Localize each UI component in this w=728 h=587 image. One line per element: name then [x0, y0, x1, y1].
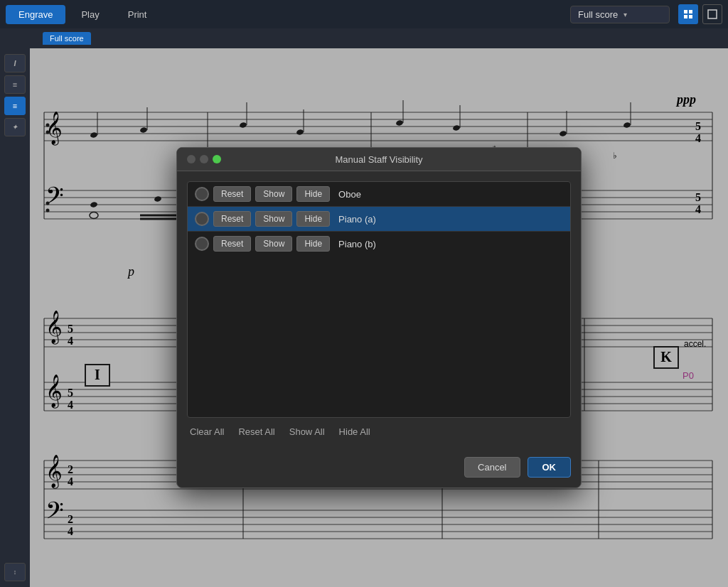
sidebar-btn-1[interactable]: I	[4, 54, 26, 72]
tab-print[interactable]: Print	[115, 5, 160, 24]
toggle-oboe[interactable]	[195, 187, 209, 201]
cancel-button[interactable]: Cancel	[464, 457, 520, 478]
staff-row-piano-a: Reset Show Hide Piano (a)	[188, 207, 570, 232]
hide-oboe-button[interactable]: Hide	[296, 186, 330, 202]
staff-row-oboe: Reset Show Hide Oboe	[188, 182, 570, 207]
staff-list: Reset Show Hide Oboe Reset Show Hide Pia…	[187, 181, 571, 418]
score-area: 𝄞 𝄢 𝄞 𝄞 𝄞 𝄢 5 4 5 4 5 4 5 4 2 4 2 4	[30, 48, 728, 587]
sidebar-btn-3[interactable]: ≡	[4, 97, 26, 115]
toggle-piano-a[interactable]	[195, 212, 209, 226]
show-piano-b-button[interactable]: Show	[255, 236, 292, 252]
dialog-body: Reset Show Hide Oboe Reset Show Hide Pia…	[177, 171, 581, 450]
traffic-lights	[187, 155, 221, 163]
maximize-button-icon[interactable]	[213, 155, 221, 163]
hide-piano-a-button[interactable]: Hide	[296, 211, 330, 227]
sidebar-btn-4[interactable]: ✦	[4, 118, 26, 136]
hide-piano-b-button[interactable]: Hide	[296, 236, 330, 252]
layout-icon[interactable]	[678, 4, 698, 24]
left-sidebar: I ≡ ≡ ✦ ↕	[0, 48, 30, 587]
dialog-titlebar: Manual Staff Visibility	[177, 148, 581, 171]
score-tab-row: Full score	[0, 28, 728, 48]
svg-rect-3	[689, 15, 692, 18]
show-all-button[interactable]: Show All	[289, 426, 325, 437]
tab-play[interactable]: Play	[68, 5, 112, 24]
reset-piano-b-button[interactable]: Reset	[213, 236, 251, 252]
sidebar-btn-5[interactable]: ↕	[4, 563, 26, 581]
svg-rect-1	[689, 10, 692, 14]
ok-button[interactable]: OK	[528, 457, 572, 478]
dialog-title: Manual Staff Visibility	[335, 154, 422, 165]
top-bar: Engrave Play Print Full score ▾	[0, 0, 728, 28]
svg-rect-2	[684, 15, 687, 18]
show-oboe-button[interactable]: Show	[255, 186, 292, 202]
clear-all-button[interactable]: Clear All	[190, 426, 224, 437]
dialog-overlay: Manual Staff Visibility Reset Show Hide …	[30, 48, 728, 587]
close-button-icon[interactable]	[187, 155, 196, 163]
minimize-button-icon[interactable]	[200, 155, 208, 163]
instrument-label-oboe: Oboe	[338, 189, 361, 200]
score-tab[interactable]: Full score	[43, 32, 91, 45]
staff-row-piano-b: Reset Show Hide Piano (b)	[188, 232, 570, 256]
reset-all-button[interactable]: Reset All	[238, 426, 274, 437]
hide-all-button[interactable]: Hide All	[339, 426, 370, 437]
toggle-piano-b[interactable]	[195, 237, 209, 251]
reset-piano-a-button[interactable]: Reset	[213, 211, 251, 227]
window-icon[interactable]	[702, 4, 722, 24]
manual-staff-visibility-dialog: Manual Staff Visibility Reset Show Hide …	[176, 147, 582, 488]
score-selector[interactable]: Full score ▾	[570, 6, 670, 23]
show-piano-a-button[interactable]: Show	[255, 211, 292, 227]
footer-actions: Clear All Reset All Show All Hide All	[187, 418, 571, 440]
svg-rect-0	[684, 10, 687, 14]
sidebar-btn-2[interactable]: ≡	[4, 75, 26, 94]
chevron-down-icon: ▾	[623, 11, 627, 18]
top-bar-icons	[678, 4, 722, 24]
tab-engrave[interactable]: Engrave	[6, 5, 65, 24]
svg-rect-4	[708, 10, 717, 18]
dialog-buttons: Cancel OK	[177, 450, 581, 488]
main-area: I ≡ ≡ ✦ ↕	[0, 48, 728, 587]
instrument-label-piano-b: Piano (b)	[338, 239, 376, 249]
instrument-label-piano-a: Piano (a)	[338, 214, 376, 225]
reset-oboe-button[interactable]: Reset	[213, 186, 251, 202]
score-selector-value: Full score	[578, 9, 618, 20]
